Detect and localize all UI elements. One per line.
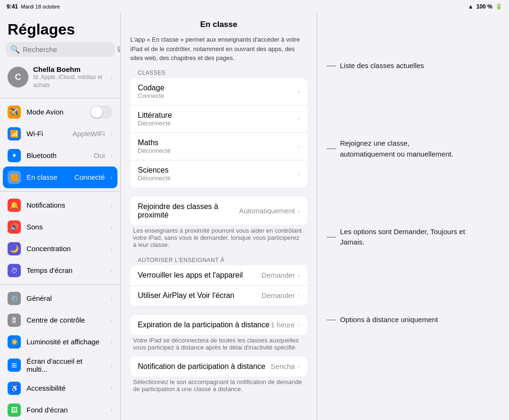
chevron-notifications-icon: › <box>110 201 113 209</box>
annotations-area: Liste des classes actuelles Rejoignez un… <box>317 13 509 420</box>
item-label-mode-avion: Mode Avion <box>27 108 84 116</box>
notification-value: Sencha <box>271 362 295 370</box>
mode-avion-toggle[interactable] <box>90 105 113 119</box>
plane-icon: ✈️ <box>8 105 21 119</box>
chevron-sons-icon: › <box>110 223 113 231</box>
class-codage-row[interactable]: Codage Connecté › <box>130 78 307 105</box>
airplay-title: Utiliser AirPlay et Voir l'écran <box>138 291 262 300</box>
join-classes-content: Rejoindre des classes à proximité <box>138 202 239 219</box>
en-classe-value: Connecté <box>74 173 105 181</box>
chevron-temps-ecran-icon: › <box>110 267 113 274</box>
item-label-concentration: Concentration <box>27 245 105 253</box>
accessibilite-icon: ♿ <box>8 382 21 395</box>
authorize-section-header: AUTORISER L'ENSEIGNANT À <box>138 257 307 263</box>
class-litterature-row[interactable]: Littérature Déconnecté › <box>130 105 307 133</box>
expiration-value: 1 heure <box>271 321 295 329</box>
sidebar-item-mode-avion[interactable]: ✈️ Mode Avion <box>0 101 120 123</box>
notification-title: Notification de participation à distance <box>138 362 271 371</box>
airplay-value: Demander <box>262 291 295 299</box>
chevron-right-icon: › <box>110 73 113 81</box>
chevron-join-classes-icon: › <box>298 207 300 214</box>
sidebar-item-general[interactable]: ⚙️ Général › <box>0 288 120 309</box>
chevron-accessibilite-icon: › <box>110 385 113 392</box>
annotation-1-text: Liste des classes actuelles <box>340 61 424 71</box>
search-icon: 🔍 <box>10 45 20 54</box>
sidebar-item-accessibilite[interactable]: ♿ Accessibilité › <box>0 377 120 399</box>
concentration-icon: 🌙 <box>8 242 21 255</box>
class-maths-title: Maths <box>138 139 298 147</box>
fond-ecran-icon: 🖼 <box>8 403 21 417</box>
class-codage-content: Codage Connecté <box>138 84 298 99</box>
annotation-2-line <box>327 149 336 149</box>
wifi-settings-icon: 📶 <box>8 127 21 140</box>
item-label-luminosite: Luminosité et affichage <box>27 338 105 346</box>
sidebar-item-fond-ecran[interactable]: 🖼 Fond d'écran › <box>0 399 120 420</box>
item-label-bluetooth: Bluetooth <box>27 151 88 159</box>
class-sciences-content: Sciences Déconnecté <box>138 166 298 182</box>
chevron-codage-icon: › <box>298 88 300 95</box>
sidebar-item-luminosite[interactable]: ☀️ Luminosité et affichage › <box>0 331 120 353</box>
item-label-centre-controle: Centre de contrôle <box>27 316 105 324</box>
expiration-content: Expiration de la participation à distanc… <box>138 321 271 329</box>
bluetooth-icon: ✦ <box>8 149 21 162</box>
sidebar-item-wifi[interactable]: 📶 Wi-Fi AppleWiFi › <box>0 123 120 145</box>
annotation-3: Les options sont Demander, Toujours et J… <box>327 227 495 248</box>
notification-row[interactable]: Notification de participation à distance… <box>130 357 307 376</box>
profile-info: Chella Boehm Id. Apple, iCloud, médias e… <box>33 65 106 89</box>
battery-icon: 🔋 <box>495 3 502 10</box>
luminosite-icon: ☀️ <box>8 335 21 349</box>
sidebar-item-sons[interactable]: 🔊 Sons › <box>0 216 120 238</box>
join-classes-row[interactable]: Rejoindre des classes à proximité Automa… <box>130 197 307 225</box>
lock-apps-row[interactable]: Verrouiller les apps et l'appareil Deman… <box>130 265 307 286</box>
authorize-card: Verrouiller les apps et l'appareil Deman… <box>130 265 307 306</box>
centre-controle-icon: 🎛 <box>8 314 21 327</box>
sidebar-item-bluetooth[interactable]: ✦ Bluetooth Oui › <box>0 145 120 166</box>
search-bar[interactable]: 🔍 🎙 <box>6 42 115 57</box>
sidebar-item-ecran-accueil[interactable]: ⊞ Écran d'accueil et multi... › <box>0 353 120 377</box>
join-classes-card: Rejoindre des classes à proximité Automa… <box>130 197 307 225</box>
profile-item[interactable]: C Chella Boehm Id. Apple, iCloud, médias… <box>0 61 120 93</box>
chevron-maths-icon: › <box>298 143 300 150</box>
lock-apps-value: Demander <box>262 271 295 279</box>
status-time: 9:41 Mardi 18 octobre <box>7 3 60 10</box>
sidebar-item-temps-ecran[interactable]: ⏱ Temps d'écran › <box>0 260 120 281</box>
detail-description: L'app « En classe » permet aux enseignan… <box>130 35 307 63</box>
lock-apps-title: Verrouiller les apps et l'appareil <box>138 271 262 280</box>
divider-2 <box>0 191 120 192</box>
item-label-en-classe: En classe <box>27 173 69 181</box>
sidebar-item-centre-controle[interactable]: 🎛 Centre de contrôle › <box>0 309 120 331</box>
chevron-concentration-icon: › <box>110 245 113 253</box>
avatar: C <box>8 67 28 88</box>
annotation-4: Options à distance uniquement <box>327 315 495 325</box>
chevron-airplay-icon: › <box>298 292 300 299</box>
en-classe-icon: 🟧 <box>8 171 21 184</box>
classes-section-header: CLASSES <box>138 70 307 76</box>
airplay-row[interactable]: Utiliser AirPlay et Voir l'écran Demande… <box>130 286 307 306</box>
annotation-3-line <box>327 237 336 237</box>
expiration-title: Expiration de la participation à distanc… <box>138 321 271 329</box>
class-maths-row[interactable]: Maths Déconnecté › <box>130 133 307 160</box>
app-title: Réglages <box>0 13 120 42</box>
profile-name: Chella Boehm <box>33 65 106 73</box>
chevron-notification-icon: › <box>298 363 300 370</box>
chevron-general-icon: › <box>110 295 113 302</box>
class-litterature-status: Déconnecté <box>138 120 298 127</box>
divider <box>0 98 120 98</box>
chevron-fond-ecran-icon: › <box>110 406 113 414</box>
sidebar-item-notifications[interactable]: 🔔 Notifications › <box>0 194 120 216</box>
annotation-3-text: Les options sont Demander, Toujours et J… <box>340 227 473 248</box>
search-input[interactable] <box>23 45 113 53</box>
battery-display: 100 % <box>476 3 492 10</box>
time-display: 9:41 <box>7 3 18 10</box>
expiration-row[interactable]: Expiration de la participation à distanc… <box>130 315 307 335</box>
sidebar: Réglages 🔍 🎙 C Chella Boehm Id. Apple, i… <box>0 13 121 420</box>
notification-content: Notification de participation à distance <box>138 362 271 371</box>
sidebar-item-concentration[interactable]: 🌙 Concentration › <box>0 238 120 260</box>
wifi-icon: ▲ <box>468 3 473 10</box>
class-sciences-title: Sciences <box>138 166 298 175</box>
chevron-centre-controle-icon: › <box>110 316 113 324</box>
join-classes-title: Rejoindre des classes à proximité <box>138 202 239 219</box>
sidebar-item-en-classe[interactable]: 🟧 En classe Connecté › <box>3 166 117 188</box>
join-classes-description: Les enseignants à proximité pourront vou… <box>130 227 307 248</box>
class-sciences-row[interactable]: Sciences Déconnecté › <box>130 160 307 187</box>
